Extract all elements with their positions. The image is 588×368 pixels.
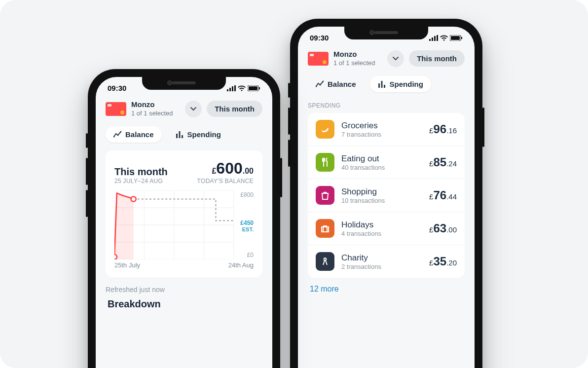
- bars-icon: [378, 80, 386, 88]
- category-tx-count: 2 transactions: [341, 263, 422, 270]
- spending-section-label: SPENDING: [308, 102, 465, 109]
- svg-rect-2: [434, 36, 436, 41]
- tabs: Balance Spending: [96, 123, 272, 150]
- tab-balance-label: Balance: [328, 80, 356, 88]
- tabs: Balance Spending: [298, 73, 475, 100]
- category-name: Charity: [341, 253, 422, 263]
- breakdown-heading: Breakdown: [108, 298, 260, 310]
- period-pill[interactable]: This month: [207, 101, 262, 117]
- wifi-icon: [238, 85, 246, 91]
- bars-icon: [176, 131, 184, 139]
- svg-rect-18: [249, 86, 257, 90]
- tab-balance-label: Balance: [125, 130, 154, 139]
- cellular-icon: [227, 85, 236, 91]
- balance-amount: £600.00: [197, 159, 254, 178]
- refreshed-label: Refreshed just now: [106, 286, 262, 294]
- category-tx-count: 40 transactions: [341, 164, 422, 171]
- svg-point-36: [114, 255, 117, 259]
- spending-row[interactable]: Charity2 transactions£35.20: [308, 245, 465, 278]
- trend-icon: [316, 80, 324, 88]
- screen-balance: 09:30 Monzo 1 of 1 selected This month: [96, 77, 272, 368]
- tab-spending[interactable]: Spending: [370, 76, 431, 92]
- svg-rect-11: [381, 81, 382, 88]
- svg-rect-1: [432, 37, 433, 41]
- status-time: 09:30: [310, 34, 329, 42]
- account-name: Monzo: [131, 100, 180, 110]
- svg-rect-15: [232, 86, 233, 91]
- svg-point-21: [117, 134, 119, 136]
- balance-date-range: 25 JULY–24 AUG: [114, 178, 168, 184]
- svg-rect-24: [179, 131, 180, 138]
- svg-point-37: [131, 197, 136, 202]
- category-amount: £63.00: [429, 221, 457, 235]
- category-icon: [316, 186, 334, 205]
- account-dropdown-button[interactable]: [185, 101, 202, 117]
- category-icon: [316, 120, 334, 139]
- phone-right: 09:30 Monzo 1 of 1 selected This month: [290, 19, 482, 368]
- spending-row[interactable]: Holidays4 transactions£63.00: [308, 212, 465, 245]
- category-icon: [316, 153, 334, 172]
- account-row: Monzo 1 of 1 selected This month: [298, 46, 475, 73]
- category-amount: £76.44: [429, 188, 457, 202]
- balance-card: This month 25 JULY–24 AUG £600.00 TODAY'…: [106, 150, 262, 278]
- category-tx-count: 10 transactions: [341, 197, 422, 204]
- x-tick-start: 25th July: [114, 261, 140, 269]
- category-name: Eating out: [341, 154, 422, 164]
- svg-rect-23: [176, 134, 178, 138]
- spending-row[interactable]: Eating out40 transactions£85.24: [308, 146, 465, 179]
- spending-row[interactable]: Shopping10 transactions£76.44: [308, 179, 465, 212]
- balance-chart: £800 £450 EST. £0: [114, 190, 254, 259]
- card-icon: [308, 52, 329, 66]
- more-link[interactable]: 12 more: [310, 285, 463, 294]
- battery-icon: [450, 35, 463, 41]
- category-name: Groceries: [341, 121, 422, 131]
- svg-rect-5: [451, 36, 460, 40]
- svg-rect-13: [227, 89, 228, 91]
- period-pill[interactable]: This month: [409, 50, 465, 67]
- svg-rect-14: [229, 88, 231, 91]
- status-time: 09:30: [108, 84, 126, 92]
- status-icons: [227, 85, 260, 91]
- tab-spending-label: Spending: [390, 80, 423, 88]
- spending-row[interactable]: Groceries7 transactions£96.16: [308, 113, 465, 146]
- svg-rect-0: [429, 39, 431, 41]
- estimate-label: £450 EST.: [240, 220, 254, 232]
- svg-rect-16: [234, 85, 236, 91]
- y-tick-bottom: £0: [247, 252, 254, 258]
- svg-rect-10: [378, 83, 380, 88]
- balance-today-label: TODAY'S BALANCE: [197, 178, 254, 184]
- tab-spending-label: Spending: [187, 130, 221, 139]
- account-name: Monzo: [333, 50, 382, 59]
- screen-spending: 09:30 Monzo 1 of 1 selected This month: [298, 27, 475, 368]
- account-selected-count: 1 of 1 selected: [131, 110, 180, 117]
- card-icon: [106, 102, 126, 116]
- category-amount: £85.24: [429, 155, 457, 169]
- marketing-canvas: 09:30 Monzo 1 of 1 selected This month: [0, 0, 588, 368]
- svg-rect-6: [461, 37, 462, 39]
- y-tick-top: £800: [240, 191, 254, 198]
- category-icon: [316, 252, 334, 271]
- cellular-icon: [429, 35, 438, 41]
- trend-icon: [113, 131, 121, 139]
- category-name: Shopping: [341, 187, 422, 197]
- svg-rect-12: [384, 85, 385, 88]
- category-tx-count: 4 transactions: [341, 230, 422, 237]
- category-name: Holidays: [341, 220, 422, 230]
- category-amount: £96.16: [429, 122, 457, 136]
- svg-rect-25: [182, 135, 183, 138]
- balance-title: This month: [114, 166, 168, 178]
- account-dropdown-button[interactable]: [387, 50, 404, 67]
- battery-icon: [248, 85, 260, 91]
- wifi-icon: [440, 35, 448, 41]
- phone-left: 09:30 Monzo 1 of 1 selected This month: [88, 69, 280, 368]
- chevron-down-icon: [392, 55, 399, 62]
- category-amount: £35.20: [429, 255, 457, 268]
- svg-point-8: [320, 84, 321, 85]
- category-icon: [316, 219, 334, 238]
- spending-list: Groceries7 transactions£96.16Eating out4…: [308, 113, 465, 278]
- tab-spending[interactable]: Spending: [168, 126, 229, 143]
- svg-rect-3: [437, 35, 438, 41]
- tab-balance[interactable]: Balance: [308, 76, 364, 92]
- account-selected-count: 1 of 1 selected: [333, 59, 382, 67]
- tab-balance[interactable]: Balance: [106, 126, 162, 143]
